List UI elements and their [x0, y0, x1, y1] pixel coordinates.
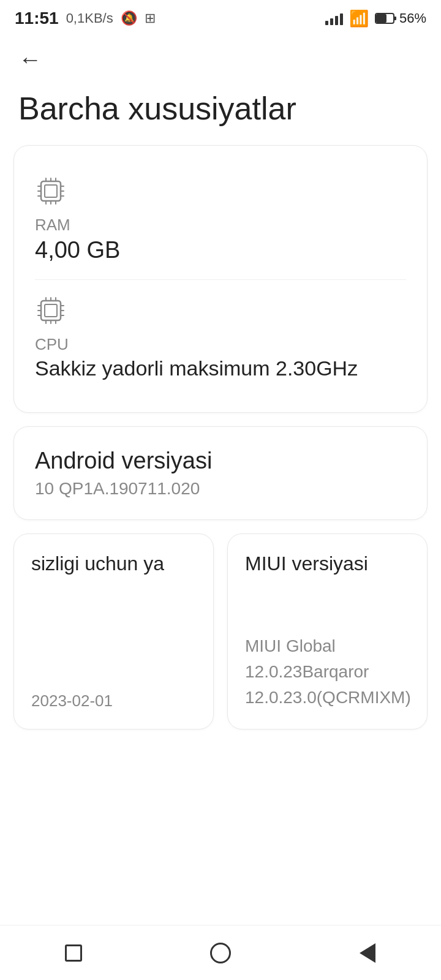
- miui-card-title: MIUI versiyasi: [245, 552, 410, 575]
- back-button[interactable]: ←: [0, 34, 60, 79]
- miui-card: MIUI versiyasi MIUI Global 12.0.23Barqar…: [227, 533, 428, 729]
- ram-spec-item: RAM 4,00 GB: [35, 165, 406, 274]
- battery-icon: 56%: [375, 10, 426, 26]
- battery-percent: 56%: [399, 10, 426, 26]
- back-nav-icon: [360, 943, 375, 963]
- signal-icon: [325, 12, 343, 25]
- cpu-value: Sakkiz yadorli maksimum 2.30GHz: [35, 356, 406, 380]
- mute-icon: 🔕: [121, 10, 137, 26]
- home-button[interactable]: [205, 938, 236, 968]
- svg-rect-4: [45, 185, 57, 197]
- android-version-value: 10 QP1A.190711.020: [35, 479, 406, 499]
- notification-icon: ⊞: [145, 10, 156, 26]
- recent-apps-button[interactable]: [58, 938, 89, 968]
- wifi-icon: 📶: [349, 9, 369, 28]
- svg-rect-2: [376, 14, 386, 23]
- cpu-chip-icon: [35, 295, 406, 329]
- android-card: Android versiyasi 10 QP1A.190711.020: [13, 426, 428, 520]
- recent-icon: [65, 944, 82, 962]
- svg-rect-17: [41, 301, 61, 320]
- svg-rect-1: [394, 17, 396, 20]
- page-title: Barcha xususiyatlar: [0, 79, 441, 145]
- android-version-title: Android versiyasi: [35, 448, 406, 474]
- ram-value: 4,00 GB: [35, 237, 406, 263]
- security-card: sizligi uchun ya 2023-02-01: [13, 533, 214, 729]
- cpu-spec-item: CPU Sakkiz yadorli maksimum 2.30GHz: [35, 279, 406, 391]
- status-right: 📶 56%: [325, 9, 426, 28]
- specs-card: RAM 4,00 GB CPU Sakkiz yador: [13, 145, 428, 413]
- status-bar: 11:51 0,1KB/s 🔕 ⊞ 📶 56%: [0, 0, 441, 34]
- status-left: 11:51 0,1KB/s 🔕 ⊞: [15, 9, 156, 28]
- svg-rect-18: [45, 304, 57, 317]
- nav-bar: [0, 925, 441, 980]
- cpu-label: CPU: [35, 335, 406, 354]
- bottom-row: sizligi uchun ya 2023-02-01 MIUI versiya…: [13, 533, 428, 729]
- svg-rect-3: [41, 181, 61, 201]
- back-nav-button[interactable]: [352, 938, 383, 968]
- status-speed: 0,1KB/s: [66, 10, 113, 26]
- miui-card-value: MIUI Global 12.0.23Barqaror 12.0.23.0(QC…: [245, 633, 410, 710]
- security-card-title: sizligi uchun ya: [31, 552, 196, 575]
- home-icon: [210, 943, 231, 963]
- security-card-date: 2023-02-01: [31, 692, 196, 710]
- ram-label: RAM: [35, 216, 406, 235]
- status-time: 11:51: [15, 9, 59, 28]
- ram-chip-icon: [35, 175, 406, 209]
